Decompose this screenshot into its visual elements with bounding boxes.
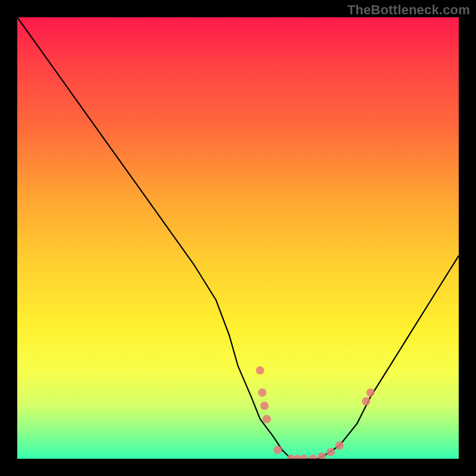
marker-point: [261, 402, 269, 410]
marker-point: [262, 415, 271, 423]
chart-frame: TheBottleneck.com: [0, 0, 476, 476]
marker-point: [274, 446, 282, 454]
marker-point: [336, 441, 344, 450]
marker-point: [367, 389, 375, 397]
marker-group: [256, 367, 374, 459]
marker-point: [362, 397, 370, 406]
marker-point: [256, 367, 264, 375]
bottleneck-curve-svg: [17, 17, 459, 459]
watermark-label: TheBottleneck.com: [347, 2, 470, 18]
marker-point: [300, 455, 308, 459]
marker-point: [327, 448, 335, 456]
marker-point: [318, 452, 326, 459]
bottleneck-curve-path: [17, 17, 459, 459]
marker-point: [258, 389, 267, 397]
marker-point: [309, 455, 317, 459]
plot-area: [17, 17, 459, 459]
